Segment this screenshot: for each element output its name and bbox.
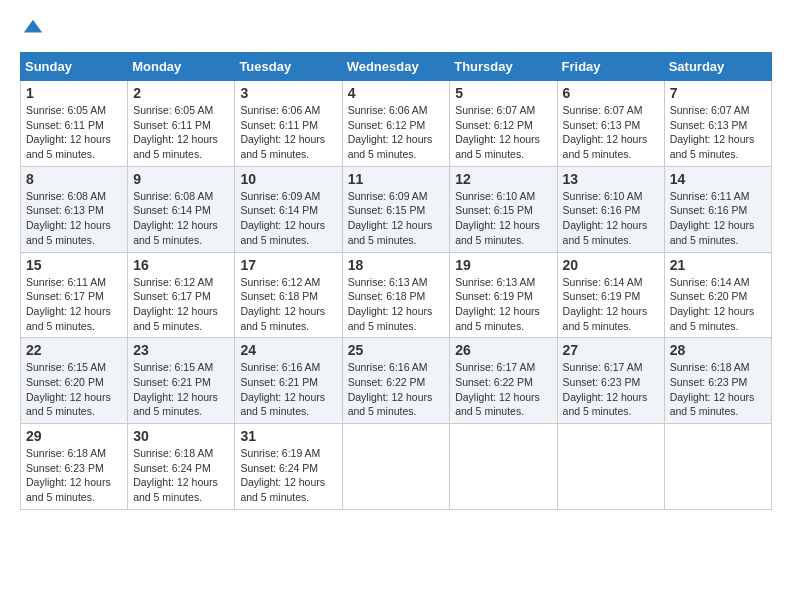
day-number: 25 [348,342,445,358]
calendar-cell [557,424,664,510]
day-info: Sunrise: 6:15 AMSunset: 6:20 PMDaylight:… [26,360,122,419]
weekday-header-monday: Monday [128,53,235,81]
day-info: Sunrise: 6:10 AMSunset: 6:16 PMDaylight:… [563,189,659,248]
calendar-cell: 5Sunrise: 6:07 AMSunset: 6:12 PMDaylight… [450,81,557,167]
day-info: Sunrise: 6:07 AMSunset: 6:12 PMDaylight:… [455,103,551,162]
day-info: Sunrise: 6:18 AMSunset: 6:23 PMDaylight:… [670,360,766,419]
day-number: 30 [133,428,229,444]
day-number: 9 [133,171,229,187]
day-number: 6 [563,85,659,101]
day-number: 28 [670,342,766,358]
day-info: Sunrise: 6:15 AMSunset: 6:21 PMDaylight:… [133,360,229,419]
calendar-cell: 9Sunrise: 6:08 AMSunset: 6:14 PMDaylight… [128,166,235,252]
calendar-cell: 31Sunrise: 6:19 AMSunset: 6:24 PMDayligh… [235,424,342,510]
calendar-cell: 11Sunrise: 6:09 AMSunset: 6:15 PMDayligh… [342,166,450,252]
weekday-header-saturday: Saturday [664,53,771,81]
day-number: 3 [240,85,336,101]
calendar-cell: 3Sunrise: 6:06 AMSunset: 6:11 PMDaylight… [235,81,342,167]
day-number: 2 [133,85,229,101]
day-info: Sunrise: 6:12 AMSunset: 6:17 PMDaylight:… [133,275,229,334]
calendar-cell: 28Sunrise: 6:18 AMSunset: 6:23 PMDayligh… [664,338,771,424]
calendar-cell: 27Sunrise: 6:17 AMSunset: 6:23 PMDayligh… [557,338,664,424]
calendar-cell: 14Sunrise: 6:11 AMSunset: 6:16 PMDayligh… [664,166,771,252]
logo-text [20,16,44,42]
calendar-cell: 1Sunrise: 6:05 AMSunset: 6:11 PMDaylight… [21,81,128,167]
day-number: 31 [240,428,336,444]
day-info: Sunrise: 6:11 AMSunset: 6:16 PMDaylight:… [670,189,766,248]
header [20,16,772,42]
weekday-header-friday: Friday [557,53,664,81]
calendar-cell: 10Sunrise: 6:09 AMSunset: 6:14 PMDayligh… [235,166,342,252]
day-number: 27 [563,342,659,358]
calendar-cell: 25Sunrise: 6:16 AMSunset: 6:22 PMDayligh… [342,338,450,424]
calendar-cell: 7Sunrise: 6:07 AMSunset: 6:13 PMDaylight… [664,81,771,167]
day-number: 29 [26,428,122,444]
day-number: 5 [455,85,551,101]
day-number: 18 [348,257,445,273]
calendar-cell: 30Sunrise: 6:18 AMSunset: 6:24 PMDayligh… [128,424,235,510]
calendar-cell: 2Sunrise: 6:05 AMSunset: 6:11 PMDaylight… [128,81,235,167]
day-info: Sunrise: 6:16 AMSunset: 6:22 PMDaylight:… [348,360,445,419]
calendar-cell [450,424,557,510]
calendar-week-3: 15Sunrise: 6:11 AMSunset: 6:17 PMDayligh… [21,252,772,338]
day-info: Sunrise: 6:06 AMSunset: 6:11 PMDaylight:… [240,103,336,162]
day-info: Sunrise: 6:16 AMSunset: 6:21 PMDaylight:… [240,360,336,419]
day-info: Sunrise: 6:08 AMSunset: 6:14 PMDaylight:… [133,189,229,248]
day-number: 17 [240,257,336,273]
day-info: Sunrise: 6:14 AMSunset: 6:20 PMDaylight:… [670,275,766,334]
day-number: 8 [26,171,122,187]
page-container: SundayMondayTuesdayWednesdayThursdayFrid… [20,16,772,510]
day-number: 20 [563,257,659,273]
calendar-cell: 6Sunrise: 6:07 AMSunset: 6:13 PMDaylight… [557,81,664,167]
day-number: 15 [26,257,122,273]
day-info: Sunrise: 6:05 AMSunset: 6:11 PMDaylight:… [133,103,229,162]
day-number: 22 [26,342,122,358]
calendar-cell: 17Sunrise: 6:12 AMSunset: 6:18 PMDayligh… [235,252,342,338]
weekday-header-tuesday: Tuesday [235,53,342,81]
day-info: Sunrise: 6:19 AMSunset: 6:24 PMDaylight:… [240,446,336,505]
svg-marker-0 [24,20,42,33]
calendar-week-4: 22Sunrise: 6:15 AMSunset: 6:20 PMDayligh… [21,338,772,424]
day-number: 23 [133,342,229,358]
day-info: Sunrise: 6:18 AMSunset: 6:23 PMDaylight:… [26,446,122,505]
calendar-cell: 16Sunrise: 6:12 AMSunset: 6:17 PMDayligh… [128,252,235,338]
day-info: Sunrise: 6:10 AMSunset: 6:15 PMDaylight:… [455,189,551,248]
day-number: 11 [348,171,445,187]
day-number: 7 [670,85,766,101]
calendar-week-2: 8Sunrise: 6:08 AMSunset: 6:13 PMDaylight… [21,166,772,252]
day-info: Sunrise: 6:17 AMSunset: 6:23 PMDaylight:… [563,360,659,419]
day-number: 12 [455,171,551,187]
day-info: Sunrise: 6:07 AMSunset: 6:13 PMDaylight:… [563,103,659,162]
calendar-cell: 19Sunrise: 6:13 AMSunset: 6:19 PMDayligh… [450,252,557,338]
calendar-cell: 4Sunrise: 6:06 AMSunset: 6:12 PMDaylight… [342,81,450,167]
calendar-cell: 22Sunrise: 6:15 AMSunset: 6:20 PMDayligh… [21,338,128,424]
day-info: Sunrise: 6:18 AMSunset: 6:24 PMDaylight:… [133,446,229,505]
day-info: Sunrise: 6:09 AMSunset: 6:14 PMDaylight:… [240,189,336,248]
day-info: Sunrise: 6:06 AMSunset: 6:12 PMDaylight:… [348,103,445,162]
calendar-cell: 29Sunrise: 6:18 AMSunset: 6:23 PMDayligh… [21,424,128,510]
day-number: 26 [455,342,551,358]
calendar-cell: 24Sunrise: 6:16 AMSunset: 6:21 PMDayligh… [235,338,342,424]
weekday-header-sunday: Sunday [21,53,128,81]
day-info: Sunrise: 6:13 AMSunset: 6:19 PMDaylight:… [455,275,551,334]
day-info: Sunrise: 6:05 AMSunset: 6:11 PMDaylight:… [26,103,122,162]
calendar-cell: 8Sunrise: 6:08 AMSunset: 6:13 PMDaylight… [21,166,128,252]
calendar-cell: 15Sunrise: 6:11 AMSunset: 6:17 PMDayligh… [21,252,128,338]
day-info: Sunrise: 6:12 AMSunset: 6:18 PMDaylight:… [240,275,336,334]
day-info: Sunrise: 6:13 AMSunset: 6:18 PMDaylight:… [348,275,445,334]
day-number: 14 [670,171,766,187]
calendar-cell [664,424,771,510]
day-number: 16 [133,257,229,273]
day-info: Sunrise: 6:09 AMSunset: 6:15 PMDaylight:… [348,189,445,248]
day-number: 1 [26,85,122,101]
calendar-week-5: 29Sunrise: 6:18 AMSunset: 6:23 PMDayligh… [21,424,772,510]
day-info: Sunrise: 6:07 AMSunset: 6:13 PMDaylight:… [670,103,766,162]
calendar-cell: 26Sunrise: 6:17 AMSunset: 6:22 PMDayligh… [450,338,557,424]
day-number: 4 [348,85,445,101]
day-number: 21 [670,257,766,273]
logo-icon [22,16,44,38]
day-number: 10 [240,171,336,187]
calendar-cell: 21Sunrise: 6:14 AMSunset: 6:20 PMDayligh… [664,252,771,338]
day-info: Sunrise: 6:11 AMSunset: 6:17 PMDaylight:… [26,275,122,334]
weekday-header-wednesday: Wednesday [342,53,450,81]
